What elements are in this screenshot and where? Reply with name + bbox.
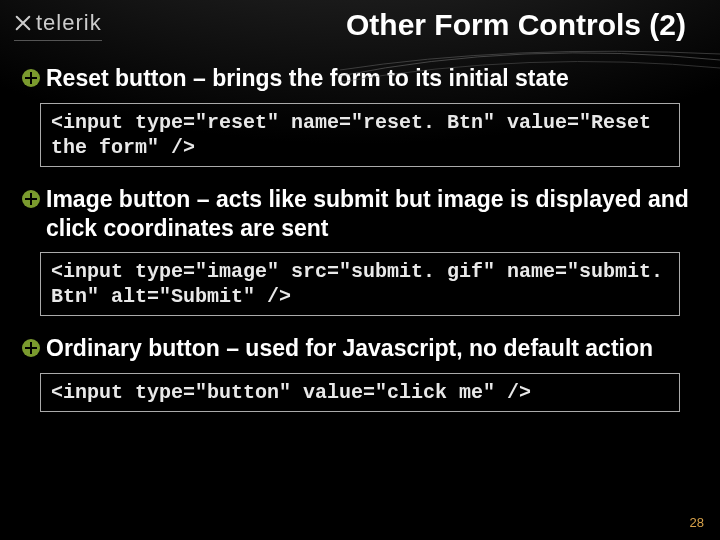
- decorative-swoosh: [340, 46, 720, 86]
- burst-icon: [22, 339, 40, 357]
- brand-logo: telerik: [14, 10, 102, 41]
- bullet-rest: button – used for Javascript, no default…: [142, 335, 653, 361]
- bullet-text: Image button – acts like submit but imag…: [46, 185, 698, 243]
- bullet-lead: Ordinary: [46, 335, 142, 361]
- bullet-lead: Reset: [46, 65, 109, 91]
- code-snippet: <input type="image" src="submit. gif" na…: [40, 252, 680, 316]
- brand-name: telerik: [36, 10, 102, 36]
- bullet-rest: button – acts like submit but image is d…: [46, 186, 689, 241]
- code-snippet: <input type="reset" name="reset. Btn" va…: [40, 103, 680, 167]
- bullet-lead: Image: [46, 186, 112, 212]
- burst-icon: [22, 69, 40, 87]
- telerik-icon: [14, 14, 32, 32]
- burst-icon: [22, 190, 40, 208]
- slide-title: Other Form Controls (2): [102, 8, 706, 42]
- bullet-text: Ordinary button – used for Javascript, n…: [46, 334, 698, 363]
- slide-header: telerik Other Form Controls (2): [0, 0, 720, 46]
- bullet-item: Ordinary button – used for Javascript, n…: [22, 334, 698, 363]
- bullet-item: Image button – acts like submit but imag…: [22, 185, 698, 243]
- slide-content: Reset button – brings the form to its in…: [0, 46, 720, 412]
- page-number: 28: [690, 515, 704, 530]
- code-snippet: <input type="button" value="click me" />: [40, 373, 680, 412]
